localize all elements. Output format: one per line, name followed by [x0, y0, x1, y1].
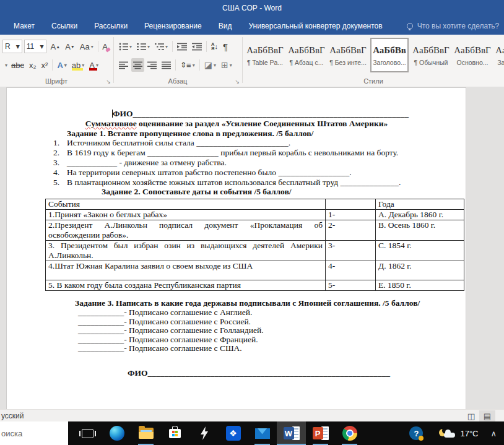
matching-table[interactable]: События Года 1.Принят «Закон о беглых ра… — [45, 199, 464, 291]
multilevel-list-button[interactable]: ▾ — [153, 40, 170, 53]
task1-item[interactable]: 1. Источником бесплатной силы стала ____… — [53, 138, 428, 148]
edge-button[interactable] — [102, 421, 131, 445]
table-row: 5. В каком году была создана Республикан… — [46, 280, 464, 291]
align-right-button[interactable] — [146, 58, 159, 72]
chevron-up-icon: ∧ — [490, 429, 497, 438]
style-paragraph-list[interactable]: АаБбВвГ ¶ Абзац с... — [287, 38, 326, 72]
tab-view[interactable]: Вид — [219, 22, 232, 30]
task1-item[interactable]: 3. ____________ - движение за отмену раб… — [53, 158, 428, 168]
shrink-font-button[interactable]: А▼ — [63, 40, 77, 53]
agreement-line[interactable]: ___________- Подписано соглашение с Англ… — [78, 308, 428, 318]
microsoft-store-button[interactable] — [160, 421, 189, 445]
align-center-icon — [133, 61, 142, 69]
tab-review[interactable]: Рецензирование — [144, 22, 202, 30]
read-mode-icon: ◫ — [467, 412, 475, 421]
task1-item[interactable]: 5. В плантационном хозяйстве южных штато… — [53, 178, 428, 188]
font-size-combobox[interactable]: 11 ▾ — [24, 40, 46, 53]
style-body-text[interactable]: АаБбВвГ Основно... — [453, 38, 492, 72]
dropbox-button[interactable]: ❖ — [219, 421, 248, 445]
language-indicator[interactable]: усский — [1, 412, 24, 420]
align-center-button[interactable] — [131, 58, 144, 72]
font-color-swatch — [89, 68, 97, 71]
taskbar: оиска — [0, 421, 504, 445]
font-name-combobox[interactable]: R ▾ — [2, 40, 22, 53]
taskbar-search-box[interactable]: оиска — [0, 421, 68, 445]
font-group: R ▾ 11 ▾ А▲ А▼ Aa ▾ А — [0, 35, 113, 87]
task3-heading[interactable]: Задание 3. Написать в какие года державы… — [75, 298, 428, 308]
clear-formatting-button[interactable]: А — [100, 40, 110, 53]
numbered-list-button[interactable]: ▾ — [135, 40, 152, 53]
show-hidden-icons-button[interactable]: ∧ — [487, 429, 500, 438]
lightning-app-button[interactable] — [189, 421, 219, 445]
agreement-line[interactable]: ___________- Подписано соглашение с США. — [78, 344, 428, 353]
tell-me-label: Что вы хотите сделать? — [417, 22, 500, 30]
store-bag-icon — [169, 429, 181, 438]
text-effects-button[interactable]: A ▾ — [55, 58, 68, 72]
tell-me-box[interactable]: Что вы хотите сделать? — [407, 22, 500, 30]
read-mode-button[interactable]: ◫ — [463, 410, 479, 421]
style-table-paragraph[interactable]: АаБбВвГ ¶ Table Pa... — [246, 38, 284, 72]
line-spacing-button[interactable]: ⇕ ≡ ▾ — [178, 58, 197, 72]
style-partial[interactable]: АаБбВвГ Заголово... — [495, 38, 504, 72]
table-row: 1.Принят «Закон о беглых рабах» 1- А. Де… — [46, 210, 464, 220]
borders-button[interactable]: ⊞ ▾ — [219, 58, 234, 72]
chevron-down-icon: ▾ — [5, 63, 7, 68]
multilevel-list-icon — [155, 43, 164, 51]
agreement-line[interactable]: ___________- Подписано соглашение с Фран… — [78, 335, 428, 345]
bold-dropdown-cut[interactable]: ▾ — [3, 58, 8, 72]
font-dialog-launcher[interactable]: ↘ — [106, 79, 111, 85]
paragraph-dialog-launcher[interactable]: ↘ — [235, 79, 240, 85]
justify-button[interactable] — [160, 58, 173, 72]
highlight-color-button[interactable]: ab ▾ — [70, 58, 86, 72]
word-button[interactable]: W — [277, 421, 306, 445]
change-case-button[interactable]: Aa ▾ — [78, 40, 95, 53]
task1-heading[interactable]: Задание 1. Вставте пропущенное слова в п… — [67, 129, 428, 139]
agreement-line[interactable]: ___________- Подписано соглашение с Росс… — [78, 318, 428, 327]
agreement-line[interactable]: ___________- Подписано соглашение с Голл… — [78, 326, 428, 335]
fio-bottom-line[interactable]: ФИО_____________________________________… — [128, 368, 428, 378]
tab-universal-converter[interactable]: Универсальный конвертер документов — [248, 22, 382, 30]
chevron-down-icon: ▾ — [16, 42, 20, 51]
subscript-button[interactable]: x₂ — [27, 58, 38, 72]
tab-mailings[interactable]: Рассылки — [94, 22, 128, 30]
get-help-button[interactable]: ? — [409, 426, 423, 440]
document-title[interactable]: Суммативное оценивание за раздел «Усилен… — [45, 119, 428, 129]
task2-heading[interactable]: Задание 2. Сопоставьте даты и события /5… — [102, 187, 428, 197]
mail-button[interactable] — [248, 421, 277, 445]
bullet-list-button[interactable]: ▾ — [117, 40, 134, 53]
task-view-button[interactable] — [73, 421, 102, 445]
file-explorer-button[interactable] — [131, 421, 160, 445]
powerpoint-button[interactable]: P — [306, 421, 335, 445]
superscript-button[interactable]: x² — [40, 58, 50, 72]
task1-item[interactable]: 4. На территории северных штатов рабство… — [53, 168, 428, 178]
mail-envelope-icon — [255, 428, 270, 439]
weather-widget[interactable]: 17°C — [439, 429, 478, 438]
style-heading-selected[interactable]: АаБбВв Заголово... — [370, 38, 409, 72]
document-page[interactable]: ФИО_____________________________________… — [6, 87, 466, 409]
chevron-down-icon: ▾ — [64, 63, 67, 68]
sort-button[interactable]: А Я ↓ — [209, 40, 220, 53]
fio-top-line[interactable]: ФИО_____________________________________… — [112, 109, 428, 119]
ribbon-tab-bar: Макет Ссылки Рассылки Рецензирование Вид… — [0, 17, 504, 35]
style-no-spacing[interactable]: АаБбВвГ ¶ Без инте... — [329, 38, 367, 72]
document-canvas: ФИО_____________________________________… — [0, 87, 504, 409]
decrease-indent-button[interactable] — [175, 40, 189, 53]
grow-font-button[interactable]: А▲ — [49, 40, 63, 53]
tab-layout[interactable]: Макет — [14, 22, 35, 30]
table-row: События Года — [46, 199, 464, 210]
chrome-button[interactable] — [335, 421, 364, 445]
style-normal[interactable]: АаБбВвГ ¶ Обычный — [412, 38, 450, 72]
numbered-list-icon — [137, 43, 146, 51]
task1-item[interactable]: 2. В 1619 году к берегам _______________… — [53, 148, 428, 158]
print-layout-button[interactable]: ▤ — [479, 410, 495, 421]
chevron-down-icon: ▾ — [96, 63, 98, 68]
font-color-button[interactable]: А ▾ — [87, 58, 100, 72]
align-left-button[interactable] — [117, 58, 130, 72]
strikethrough-button[interactable]: abc — [9, 58, 26, 72]
highlight-color-swatch — [72, 68, 83, 71]
tab-references[interactable]: Ссылки — [51, 22, 77, 30]
shading-button[interactable]: ◪ ▾ — [202, 58, 218, 72]
increase-indent-button[interactable] — [190, 40, 204, 53]
show-formatting-button[interactable]: ¶ — [221, 40, 230, 53]
task-view-icon — [82, 429, 93, 438]
